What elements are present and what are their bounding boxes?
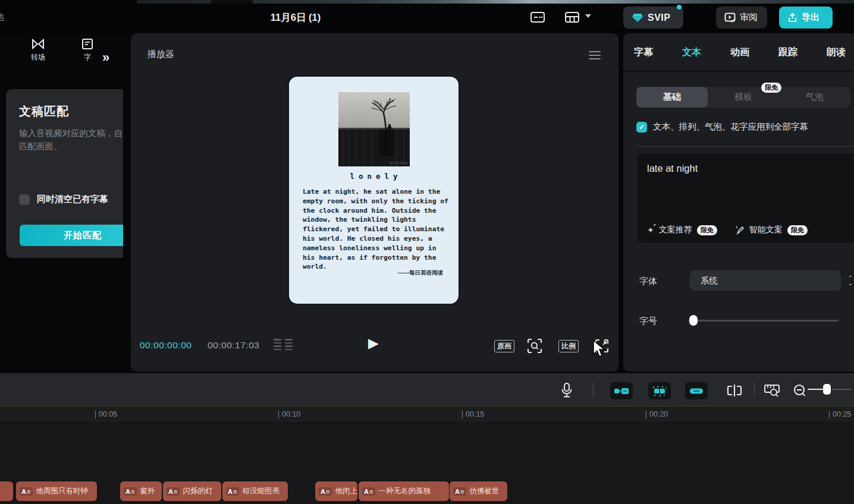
- transitions-label: 转场: [21, 52, 55, 62]
- subtitle-clip[interactable]: A≡ 却没能照亮: [222, 481, 288, 501]
- aspect-ratio-button[interactable]: 比例: [558, 340, 579, 352]
- start-match-button[interactable]: 开始匹配: [20, 225, 123, 246]
- pen-sparkle-icon: [735, 225, 745, 235]
- export-button[interactable]: 导出: [779, 7, 833, 29]
- project-title: 11月6日 (1): [248, 11, 343, 24]
- tab-tracking[interactable]: 跟踪: [778, 46, 798, 59]
- app-window: 地 11月6日 (1) SVIP: [0, 0, 854, 504]
- player-menu-icon[interactable]: [589, 51, 601, 62]
- review-button[interactable]: 审阅: [716, 7, 767, 29]
- subtitle-clip[interactable]: A≡ 闪烁的灯: [163, 481, 221, 501]
- auto-snap-toggle[interactable]: [648, 382, 671, 399]
- zoom-out-button[interactable]: [792, 382, 808, 399]
- layout-switch-button[interactable]: [563, 10, 582, 25]
- record-voiceover-button[interactable]: [558, 382, 576, 399]
- ruler-tick: 00:15: [466, 410, 484, 418]
- svip-button[interactable]: SVIP: [623, 7, 683, 29]
- svip-label: SVIP: [648, 12, 670, 23]
- subtitle-clip[interactable]: A≡ 他闭上: [315, 481, 357, 501]
- sparkle-icon: ✦: [647, 225, 654, 235]
- preview-zoom-button[interactable]: [526, 338, 543, 354]
- magnifier-brackets-icon: [527, 338, 542, 354]
- clear-subtitles-option[interactable]: 同时清空已有字幕: [19, 194, 108, 205]
- tab-animation[interactable]: 动画: [730, 46, 749, 59]
- subtitle-text-value[interactable]: late at night: [647, 163, 698, 174]
- font-spinner[interactable]: ⌃⌄: [844, 272, 854, 289]
- font-select[interactable]: 系统: [690, 270, 841, 291]
- clear-subtitles-label: 同时清空已有字幕: [37, 194, 108, 205]
- ruler-tick: 00:05: [99, 410, 117, 418]
- transition-bowtie-icon: [32, 38, 45, 50]
- subtitle-clip[interactable]: A≡ 他周围只有时钟: [16, 481, 97, 501]
- shortcut-keys-button[interactable]: [528, 10, 547, 25]
- top-bar: 地 11月6日 (1) SVIP: [0, 0, 854, 33]
- script-match-description: 输入音视频对应的文稿，自动匹配画面。: [19, 127, 123, 153]
- subtab-basic[interactable]: 基础: [636, 87, 708, 108]
- link-icon: [689, 387, 704, 395]
- frame-view-icon[interactable]: [274, 339, 293, 350]
- keyboard-icon: [530, 11, 545, 24]
- script-match-title: 文稿匹配: [19, 103, 123, 119]
- clear-subtitles-checkbox[interactable]: [19, 194, 30, 205]
- timeline-zoom-slider-knob[interactable]: [823, 384, 831, 395]
- lonely-tree-image: 每日英语阅读: [338, 92, 410, 166]
- fit-timeline-button[interactable]: [763, 382, 781, 399]
- video-preview[interactable]: 每日英语阅读 lonely Late at night, he sat alon…: [288, 75, 460, 305]
- copy-suggest-free-badge: 限免: [697, 225, 717, 235]
- subtitle-clip[interactable]: 坐在: [0, 481, 13, 501]
- ruler-tick: 00:25: [833, 410, 851, 418]
- sidebar-item-text[interactable]: 字: [71, 38, 104, 62]
- timeline-zoom-slider-track[interactable]: [808, 389, 824, 390]
- apply-to-all-option[interactable]: ✓ 文本、排列、气泡、花字应用到全部字幕: [636, 121, 808, 133]
- review-label: 审阅: [740, 12, 758, 23]
- timeline-fit-icon: [764, 383, 780, 398]
- original-quality-button[interactable]: 原画: [494, 340, 514, 352]
- split-clip-button[interactable]: [726, 382, 743, 399]
- smart-copy-button[interactable]: 智能文案: [749, 225, 783, 235]
- total-duration: 00:00:17:03: [208, 340, 259, 351]
- split-icon: [726, 384, 743, 397]
- subtitle-text-editor[interactable]: late at night ✦ 文案推荐 限免 智能文案 限免: [638, 153, 854, 242]
- subtitle-clip-type-icon: A≡: [226, 487, 239, 496]
- subtitle-clip-type-icon: A≡: [20, 487, 33, 496]
- link-preview-toggle[interactable]: [685, 382, 708, 399]
- tab-subtitle[interactable]: 字幕: [634, 46, 653, 59]
- subtitle-clip-type-icon: A≡: [362, 487, 375, 496]
- expand-panel-chevron[interactable]: »: [102, 50, 109, 65]
- ruler-tick: 00:10: [282, 410, 300, 418]
- subtitle-clip-type-icon: A≡: [124, 487, 137, 496]
- subtitle-clip-type-icon: A≡: [453, 487, 466, 496]
- font-size-label: 字号: [639, 316, 657, 327]
- copy-suggest-button[interactable]: 文案推荐: [659, 225, 692, 235]
- font-size-slider-track[interactable]: [689, 320, 839, 322]
- inspector-tabs: 字幕 文本 动画 跟踪 朗读: [634, 46, 846, 59]
- export-icon: [787, 12, 798, 23]
- layout-dropdown-caret[interactable]: [585, 14, 591, 18]
- apply-to-all-label: 文本、排列、气泡、花字应用到全部字幕: [653, 121, 808, 133]
- player-panel-title: 播放器: [147, 49, 174, 60]
- preview-body-text: Late at night, he sat alone in the empty…: [303, 187, 451, 272]
- mouse-cursor: [592, 340, 605, 358]
- main-track-magnet-toggle[interactable]: [610, 382, 633, 399]
- tab-read-aloud[interactable]: 朗读: [827, 46, 846, 59]
- text-doc-icon: [81, 38, 93, 50]
- subtitle-clip[interactable]: A≡ 仿佛被世: [450, 481, 507, 501]
- review-icon: [724, 12, 736, 23]
- timeline-zoom-slider-rest[interactable]: [832, 389, 852, 390]
- font-size-slider-knob[interactable]: [689, 315, 698, 326]
- timeline-track-area[interactable]: 坐在 A≡ 他周围只有时钟 A≡ 窗外 A≡ 闪烁的灯 A≡ 却没能照亮 A≡ …: [0, 422, 854, 504]
- apply-to-all-checkbox[interactable]: ✓: [636, 122, 647, 133]
- sidebar-item-transitions[interactable]: 转场: [21, 38, 55, 62]
- play-button[interactable]: ▶: [368, 335, 379, 351]
- script-match-panel: 文稿匹配 输入音视频对应的文稿，自动匹配画面。 同时清空已有字幕 开始匹配: [6, 89, 123, 258]
- tab-text[interactable]: 文本: [682, 46, 701, 59]
- subtitle-clip[interactable]: A≡ 窗外: [120, 481, 162, 501]
- timeline-ruler[interactable]: 00:05 00:10 00:15 00:20 00:25: [0, 406, 854, 422]
- subtitle-clip[interactable]: A≡ 一种无名的孤独: [359, 481, 449, 501]
- template-free-badge: 限免: [761, 83, 781, 93]
- export-label: 导出: [802, 12, 820, 23]
- image-watermark: 每日英语阅读: [390, 161, 407, 165]
- player-panel: 播放器: [131, 33, 618, 371]
- subtab-bubble[interactable]: 气泡: [779, 87, 850, 108]
- toolbar-separator: [754, 383, 755, 397]
